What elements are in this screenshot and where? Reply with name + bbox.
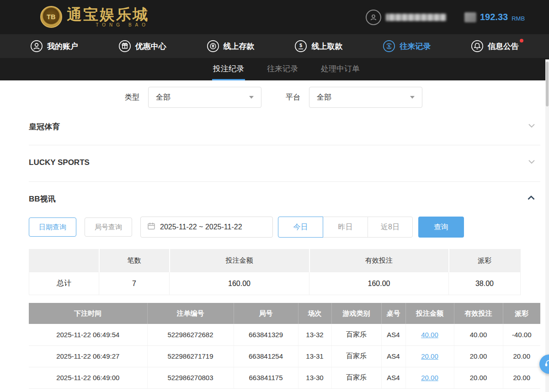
bell-icon [471,40,484,53]
bet-amount-link[interactable]: 40.00 [421,331,438,339]
round-query-button[interactable]: 局号查询 [85,217,132,237]
cell-payout: -40.00 [503,324,540,345]
summary-valid-bet: 160.00 [309,272,449,295]
header-user[interactable] [366,0,446,34]
calendar-icon [147,222,155,232]
col-header-game-type: 游戏类别 [331,303,381,324]
platform-filter-label: 平台 [286,87,300,108]
section-title: 皇冠体育 [29,122,60,132]
summary-header-bet-amount: 投注金额 [170,249,309,272]
col-header-session: 场次 [298,303,331,324]
divider [29,181,540,182]
wallet-icon [464,12,476,22]
type-filter-select[interactable]: 全部 [148,87,261,108]
cell-round-no: 663841329 [234,324,298,345]
search-button[interactable]: 查询 [418,217,464,238]
col-header-order-no: 注单编号 [147,303,234,324]
username-redacted [386,14,446,21]
nav-item-label: 往来记录 [400,41,431,52]
nav-item-online-withdrawal[interactable]: $ 线上取款 [294,40,342,53]
section-title: BB视讯 [29,194,56,204]
tab-processing-orders[interactable]: 处理中订单 [320,58,361,80]
summary-header-count: 笔数 [99,249,170,272]
balance-currency: RMB [512,15,525,22]
cell-order-no: 522986272682 [147,324,234,345]
cell-bet-time: 2025-11-22 06:49:27 [29,345,147,367]
cell-table-no: AS4 [381,324,405,345]
col-header-bet-time: 下注时间 [29,303,147,324]
section-crown-sports[interactable]: 皇冠体育 [29,120,537,133]
tab-bar: 投注纪录 往来记录 处理中订单 [0,58,549,80]
logo-title: 通宝娱乐城 [67,6,149,23]
summary-header-valid-bet: 有效投注 [309,249,449,272]
cell-bet-time: 2025-11-22 06:49:00 [29,367,147,388]
chevron-down-icon [527,121,537,132]
scrollbar-thumb[interactable] [546,62,549,106]
summary-corner-cell [29,249,99,272]
date-query-button[interactable]: 日期查询 [29,217,76,237]
top-header: TB 通宝娱乐城 TONG BAO 192.33 RMB [0,0,549,34]
gift-icon [118,40,131,53]
cell-table-no: AS4 [381,367,405,388]
account-icon [30,40,43,53]
site-logo[interactable]: TB 通宝娱乐城 TONG BAO [40,6,149,28]
bet-table-header-row: 下注时间 注单编号 局号 场次 游戏类别 桌号 投注金额 有效投注 派彩 [29,303,540,324]
section-lucky-sports[interactable]: LUCKY SPORTS [29,156,537,169]
cell-session: 13-31 [298,345,331,367]
bet-amount-link[interactable]: 20.00 [421,374,438,381]
balance-amount: 192.33 [480,12,508,22]
nav-item-label: 我的账户 [47,41,78,52]
cell-bet-time: 2025-11-22 06:49:54 [29,324,147,345]
today-button[interactable]: 今日 [278,217,323,238]
bet-amount-link[interactable]: 20.00 [421,352,438,360]
type-filter-label: 类型 [125,87,139,108]
cell-bet-amount: 20.00 [405,345,454,367]
filter-row: 类型 全部 平台 全部 [0,87,549,108]
cell-order-no: 522986271719 [147,345,234,367]
cell-game-type: 百家乐 [331,345,381,367]
summary-payout: 38.00 [449,272,521,295]
main-nav: 我的账户 优惠中心 线上存款 [0,34,549,58]
chevron-up-icon [526,192,537,205]
nav-item-announcements[interactable]: 信息公告 [471,40,519,53]
table-row: 2025-11-22 06:49:54 522986272682 6638413… [29,324,540,345]
col-header-table-no: 桌号 [381,303,405,324]
service-headset-icon [544,359,549,370]
nav-item-label: 信息公告 [488,41,519,52]
summary-table: 笔数 投注金额 有效投注 派彩 总计 7 160.00 160.00 38.00 [29,249,521,295]
summary-row-label: 总计 [29,272,99,295]
col-header-valid-bet: 有效投注 [454,303,503,324]
logo-subtitle: TONG BAO [67,22,149,27]
records-exchange-icon: $ [383,40,395,53]
nav-item-online-deposit[interactable]: 线上存款 [207,40,255,53]
nav-item-my-account[interactable]: 我的账户 [30,40,78,53]
platform-filter-value: 全部 [317,93,331,102]
section-bb-live[interactable]: BB视讯 [29,192,537,205]
cell-order-no: 522986270803 [147,367,234,388]
type-filter-value: 全部 [156,93,171,102]
summary-total-row: 总计 7 160.00 160.00 38.00 [29,272,521,295]
yesterday-button[interactable]: 昨日 [323,217,368,238]
tab-transaction-records[interactable]: 往来记录 [266,58,299,80]
platform-filter-select[interactable]: 全部 [309,87,422,108]
cell-valid-bet: 40.00 [454,324,503,345]
scrollbar[interactable] [545,59,549,392]
cell-payout: 20.00 [503,367,540,388]
cell-game-type: 百家乐 [331,367,381,388]
cell-valid-bet: 20.00 [454,345,503,367]
last-8-days-button[interactable]: 近8日 [368,217,413,238]
date-range-picker[interactable]: 2025-11-22 ~ 2025-11-22 [140,217,273,238]
chevron-down-icon [410,96,415,99]
cell-session: 13-30 [298,367,331,388]
summary-bet-amount: 160.00 [170,272,309,295]
nav-item-promotions[interactable]: 优惠中心 [118,40,166,53]
tab-bet-records[interactable]: 投注纪录 [212,58,245,80]
header-wallet[interactable]: 192.33 RMB [464,0,525,34]
nav-item-transaction-records[interactable]: $ 往来记录 [383,40,431,53]
screen: TB 通宝娱乐城 TONG BAO 192.33 RMB [0,0,549,392]
cell-session: 13-32 [298,324,331,345]
cell-table-no: AS4 [381,345,405,367]
summary-count: 7 [99,272,170,295]
cell-valid-bet: 20.00 [454,367,503,388]
user-avatar-icon [366,10,381,25]
